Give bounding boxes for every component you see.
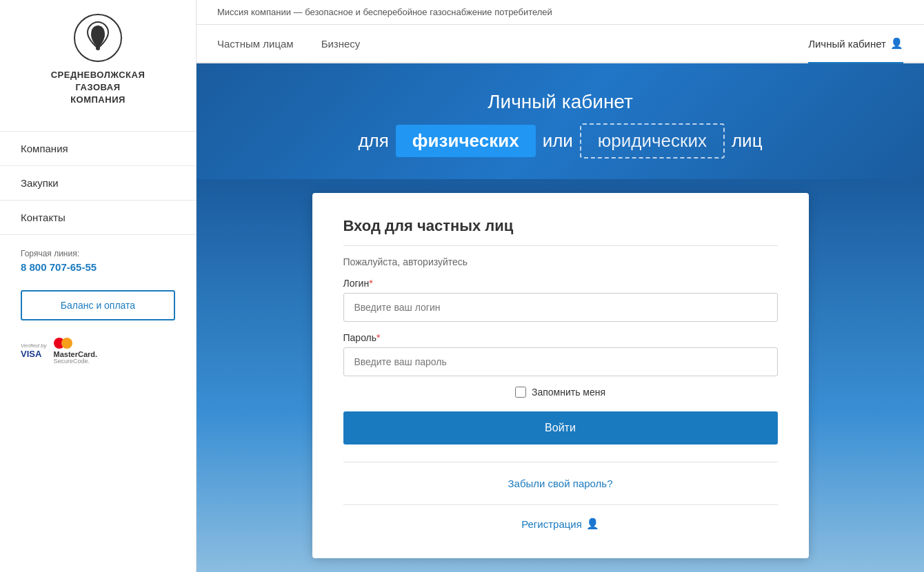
nav-links: Частным лицам Бизнесу <box>217 25 360 62</box>
sidebar: СРЕДНЕВОЛЖСКАЯ ГАЗОВАЯ КОМПАНИЯ Компания… <box>0 0 197 572</box>
sidebar-navigation: Компания Закупки Контакты <box>0 131 196 235</box>
verified-visa-badge: Verified by VISA <box>21 343 47 359</box>
sidebar-logo: СРЕДНЕВОЛЖСКАЯ ГАЗОВАЯ КОМПАНИЯ <box>51 14 145 107</box>
securecode-text: SecureCode. <box>54 358 90 365</box>
visa-text: VISA <box>21 349 41 359</box>
main-content: Миссия компании — безопасное и бесперебо… <box>197 0 924 572</box>
hero-title: Личный кабинет <box>217 91 903 113</box>
mastercard-orange-circle <box>61 338 72 349</box>
sidebar-item-purchases[interactable]: Закупки <box>0 166 196 201</box>
svg-point-1 <box>96 46 100 50</box>
form-divider <box>343 462 778 462</box>
mastercard-text: MasterCard. <box>54 350 98 358</box>
register-label: Регистрация <box>521 518 582 530</box>
sidebar-item-company[interactable]: Компания <box>0 131 196 166</box>
forgot-password-link[interactable]: Забыли свой пароль? <box>343 469 778 498</box>
company-logo-icon <box>74 14 122 62</box>
login-field-label: Логин* <box>343 278 778 289</box>
hotline-label: Горячая линия: <box>21 249 175 258</box>
hero-prefix: для <box>358 130 388 152</box>
register-link[interactable]: Регистрация 👤 <box>343 512 778 535</box>
payment-badges: Verified by VISA MasterCard. SecureCode. <box>0 331 196 372</box>
mastercard-badge: MasterCard. SecureCode. <box>54 338 98 365</box>
form-divider-2 <box>343 504 778 505</box>
login-button[interactable]: Войти <box>343 411 778 445</box>
password-required-star: * <box>376 332 380 343</box>
nav-link-business[interactable]: Бизнесу <box>321 25 361 62</box>
remember-me-row: Запомнить меня <box>343 387 778 398</box>
login-title: Вход для частных лиц <box>343 217 778 246</box>
password-input[interactable] <box>343 347 778 376</box>
login-card: Вход для частных лиц Пожалуйста, авториз… <box>312 193 809 558</box>
hotline-number[interactable]: 8 800 707-65-55 <box>21 261 175 273</box>
content-area: Вход для частных лиц Пожалуйста, авториз… <box>197 179 924 572</box>
sidebar-item-contacts[interactable]: Контакты <box>0 201 196 235</box>
nav-link-private[interactable]: Частным лицам <box>217 25 294 62</box>
password-field-label: Пароль* <box>343 332 778 343</box>
hero-section: Личный кабинет для физических или юридич… <box>197 63 924 179</box>
hotline-section: Горячая линия: 8 800 707-65-55 <box>0 235 196 280</box>
login-input[interactable] <box>343 293 778 322</box>
nav-bar: Частным лицам Бизнесу Личный кабинет 👤 <box>197 25 924 63</box>
remember-me-label: Запомнить меня <box>532 387 605 398</box>
top-bar: Миссия компании — безопасное и бесперебо… <box>197 0 924 25</box>
account-label: Личный кабинет <box>808 38 886 50</box>
account-icon: 👤 <box>890 37 903 50</box>
remember-me-checkbox[interactable] <box>515 387 526 398</box>
balance-payment-button[interactable]: Баланс и оплата <box>21 290 175 320</box>
hero-connector: или <box>543 130 573 152</box>
company-name: СРЕДНЕВОЛЖСКАЯ ГАЗОВАЯ КОМПАНИЯ <box>51 69 145 107</box>
nav-account-button[interactable]: Личный кабинет 👤 <box>808 25 903 63</box>
tab-physical-persons[interactable]: физических <box>396 125 536 157</box>
login-subtitle: Пожалуйста, авторизуйтесь <box>343 256 778 267</box>
login-required-star: * <box>369 278 372 289</box>
tab-legal-persons[interactable]: юридических <box>580 123 725 159</box>
hero-tabs: для физических или юридических лиц <box>217 123 903 159</box>
mission-text: Миссия компании — безопасное и бесперебо… <box>217 7 552 17</box>
register-icon: 👤 <box>586 518 599 530</box>
hero-suffix: лиц <box>732 130 763 152</box>
